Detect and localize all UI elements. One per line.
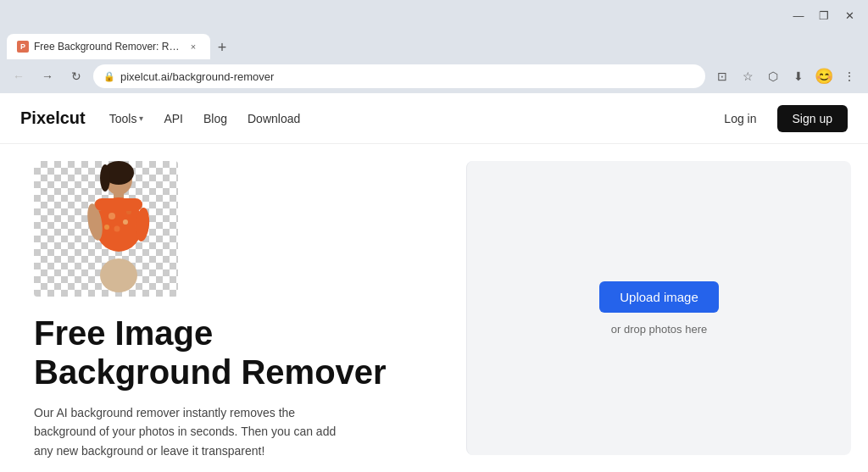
- toolbar-icons: ⊡ ☆ ⬡ ⬇ 😊 ⋮: [710, 64, 861, 88]
- login-button[interactable]: Log in: [714, 105, 766, 132]
- tools-chevron-icon: ▾: [139, 114, 143, 123]
- site-nav: Pixelcut Tools ▾ API Blog Download Log i…: [0, 93, 868, 144]
- svg-point-8: [104, 225, 109, 230]
- hero-description: Our AI background remover instantly remo…: [34, 403, 356, 460]
- main-content: Free Image Background Remover Our AI bac…: [0, 144, 868, 472]
- bookmark-icon[interactable]: ☆: [736, 64, 760, 88]
- maximize-button[interactable]: ❐: [812, 3, 836, 27]
- url-bar[interactable]: 🔒 pixelcut.ai/background-remover: [93, 64, 705, 88]
- address-bar: ← → ↻ 🔒 pixelcut.ai/background-remover ⊡…: [0, 59, 868, 93]
- svg-point-7: [114, 226, 120, 232]
- back-button[interactable]: ←: [7, 64, 31, 88]
- upload-panel: Upload image or drop photos here: [466, 161, 851, 455]
- page-content: Pixelcut Tools ▾ API Blog Download Log i…: [0, 93, 868, 472]
- nav-download[interactable]: Download: [248, 112, 300, 125]
- nav-blog[interactable]: Blog: [203, 112, 227, 125]
- svg-point-5: [108, 213, 115, 219]
- cast-icon[interactable]: ⊡: [710, 64, 734, 88]
- svg-point-6: [123, 219, 128, 225]
- tab-bar: P Free Background Remover: Re... × +: [0, 31, 868, 59]
- hero-title: Free Image Background Remover: [34, 314, 415, 391]
- nav-api[interactable]: API: [164, 112, 183, 125]
- svg-point-13: [100, 258, 137, 292]
- menu-icon[interactable]: ⋮: [837, 64, 861, 88]
- active-tab[interactable]: P Free Background Remover: Re... ×: [7, 34, 210, 59]
- nav-links: Tools ▾ API Blog Download: [109, 112, 715, 125]
- upload-image-button[interactable]: Upload image: [599, 281, 719, 313]
- hero-image: [34, 161, 178, 297]
- svg-point-2: [100, 164, 110, 192]
- window-controls: — ❐ ✕: [787, 3, 861, 27]
- minimize-button[interactable]: —: [787, 3, 810, 27]
- tab-close-button[interactable]: ×: [186, 40, 200, 53]
- url-text: pixelcut.ai/background-remover: [120, 70, 695, 83]
- svg-rect-14: [95, 198, 142, 211]
- left-panel: Free Image Background Remover Our AI bac…: [0, 144, 449, 472]
- download-icon[interactable]: ⬇: [787, 64, 810, 88]
- nav-logo[interactable]: Pixelcut: [20, 108, 86, 128]
- new-tab-button[interactable]: +: [210, 36, 234, 59]
- lock-icon: 🔒: [103, 71, 115, 82]
- signup-button[interactable]: Sign up: [777, 105, 848, 132]
- close-button[interactable]: ✕: [837, 3, 861, 27]
- drop-text: or drop photos here: [611, 323, 707, 336]
- forward-button[interactable]: →: [36, 64, 59, 88]
- tab-title: Free Background Remover: Re...: [34, 41, 181, 53]
- profile-icon[interactable]: 😊: [812, 64, 836, 88]
- reload-button[interactable]: ↻: [64, 64, 88, 88]
- tab-favicon: P: [17, 41, 29, 53]
- nav-actions: Log in Sign up: [714, 105, 848, 132]
- extensions-icon[interactable]: ⬡: [761, 64, 785, 88]
- nav-tools[interactable]: Tools ▾: [109, 112, 144, 125]
